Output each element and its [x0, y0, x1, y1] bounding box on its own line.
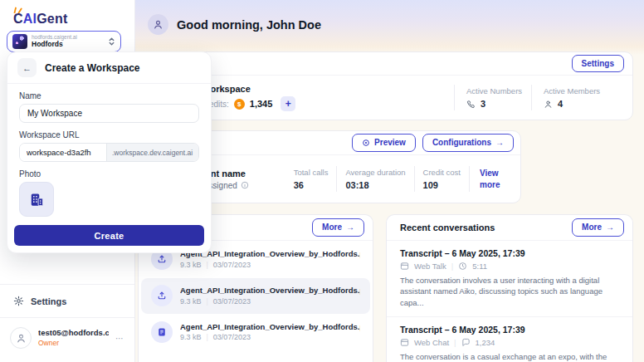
- info-icon[interactable]: [241, 181, 249, 189]
- overview-card: Overview Settings Hodfords workspace Rem…: [138, 51, 633, 120]
- active-numbers-label: Active Numbers: [466, 86, 531, 95]
- active-numbers-stat: Active Numbers 3: [454, 85, 531, 110]
- active-numbers-value: 3: [481, 99, 485, 109]
- gear-icon: [13, 296, 24, 306]
- file-date: 03/07/2023: [213, 296, 251, 307]
- overview-settings-button[interactable]: Settings: [572, 55, 624, 73]
- pdf-file-icon: [151, 321, 173, 343]
- file-name: Agent_API_Integration_Overview_by_Hodfor…: [180, 321, 360, 333]
- photo-field-label: Photo: [19, 169, 199, 179]
- url-field-label: Workspace URL: [19, 130, 199, 139]
- conversation-summary: The conversation is a casual exchange at…: [400, 351, 619, 362]
- transcript-title: Transcript – 6 May 2025, 17:39: [400, 248, 619, 258]
- file-row[interactable]: Agent_API_Integration_Overview_by_Hodfor…: [141, 278, 370, 314]
- create-workspace-modal: ← Create a Workspace Name Workspace URL …: [7, 51, 212, 253]
- add-credits-button[interactable]: +: [281, 96, 295, 111]
- page-greeting: Good morning, John Doe: [177, 18, 321, 32]
- back-arrow-icon: ←: [22, 63, 32, 73]
- person-icon: [544, 100, 553, 109]
- credit-cost-stat: Credit cost 109: [414, 166, 469, 192]
- channel-label: Web Chat: [414, 338, 449, 347]
- credits-value: 1,345: [250, 99, 273, 109]
- recent-conversations-card: Recent conversations More → Transcript –…: [386, 214, 633, 362]
- arrow-right-icon: →: [606, 222, 614, 233]
- file-size: 9.3 kB: [180, 260, 202, 271]
- greeting-row: Good morning, John Doe: [148, 14, 321, 35]
- file-size: 9.3 kB: [180, 296, 202, 307]
- user-avatar-icon: [148, 14, 168, 35]
- phone-icon: [466, 100, 476, 109]
- active-members-stat: Active Members 4: [531, 85, 619, 110]
- workspace-selector[interactable]: hodfords.caigent.ai Hodfords: [7, 31, 121, 52]
- back-button[interactable]: ←: [17, 58, 37, 77]
- files-more-button[interactable]: More →: [312, 218, 364, 237]
- workspace-avatar: [12, 34, 27, 49]
- active-members-value: 4: [558, 99, 563, 109]
- workspace-url-input[interactable]: [20, 144, 106, 161]
- recent-conversations-title: Recent conversations: [400, 223, 495, 232]
- modal-title: Create a Workspace: [45, 62, 140, 74]
- coin-icon: $: [234, 99, 245, 110]
- average-duration-stat: Average duration 03:18: [336, 166, 413, 192]
- conversations-more-button[interactable]: More →: [572, 218, 624, 237]
- duration-value: 5:11: [472, 262, 487, 271]
- file-row[interactable]: Agent_API_Integration_Overview_by_Hodfor…: [141, 315, 370, 350]
- account-menu-icon[interactable]: ⋯: [115, 334, 124, 343]
- message-count-value: 1,234: [476, 338, 495, 347]
- conversation-item[interactable]: Transcript – 6 May 2025, 17:39 Web Chat …: [387, 316, 632, 362]
- total-calls-stat: Total calls 36: [285, 166, 337, 192]
- file-date: 03/07/2023: [213, 332, 251, 343]
- app-logo: CAIGent: [13, 12, 67, 27]
- transcript-title: Transcript – 6 May 2025, 17:39: [400, 325, 619, 335]
- upload-icon: [151, 285, 173, 306]
- preview-icon: [362, 139, 370, 147]
- file-date: 03/07/2023: [213, 260, 251, 271]
- workspace-name-label: Hodfords: [32, 41, 104, 49]
- conversation-summary: The conversation involves a user interac…: [400, 275, 619, 308]
- web-channel-icon: [400, 262, 409, 271]
- workspace-name-input[interactable]: [19, 104, 199, 123]
- view-more-link[interactable]: View more: [469, 166, 512, 192]
- preview-button[interactable]: Preview: [352, 134, 416, 152]
- workspace-url-suffix: .workspace.dev.caigent.ai: [106, 144, 198, 161]
- account-avatar-icon: [10, 327, 32, 349]
- active-members-label: Active Members: [544, 86, 619, 95]
- arrow-right-icon: →: [346, 222, 354, 233]
- create-button[interactable]: Create: [14, 225, 204, 246]
- name-field-label: Name: [19, 91, 199, 100]
- workspace-photo-picker[interactable]: [19, 182, 54, 217]
- message-count-icon: [461, 338, 471, 347]
- file-name: Agent_API_Integration_Overview_by_Hodfor…: [180, 285, 360, 296]
- account-role-badge: Owner: [38, 339, 109, 348]
- arrow-right-icon: →: [495, 137, 504, 149]
- conversation-item[interactable]: Transcript – 6 May 2025, 17:39 Web Talk …: [387, 241, 632, 316]
- channel-label: Web Talk: [414, 262, 446, 271]
- account-row[interactable]: test05@hodfords.co... Owner ⋯: [0, 317, 134, 362]
- settings-label: Settings: [31, 296, 66, 306]
- account-email: test05@hodfords.co...: [38, 328, 109, 338]
- building-icon: [29, 192, 45, 208]
- clock-icon: [458, 262, 467, 271]
- configurations-button[interactable]: Configurations →: [422, 134, 514, 152]
- workspace-url-group: .workspace.dev.caigent.ai: [19, 143, 199, 162]
- web-channel-icon: [400, 338, 409, 347]
- sidebar-item-settings[interactable]: Settings: [0, 284, 134, 317]
- file-size: 9.3 kB: [180, 332, 202, 343]
- chevron-up-down-icon: [108, 37, 115, 46]
